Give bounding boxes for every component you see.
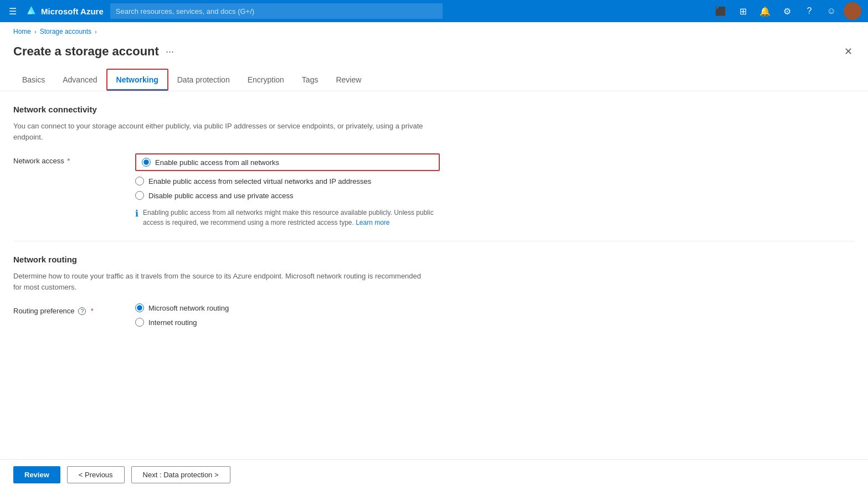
routing-preference-field: Routing preference ? * Microsoft network…: [13, 303, 855, 327]
radio-microsoft-routing[interactable]: [135, 303, 144, 312]
radio-option-all-networks-box: Enable public access from all networks: [135, 153, 440, 171]
radio-selected-networks-label: Enable public access from selected virtu…: [148, 177, 371, 185]
close-button[interactable]: ✕: [842, 43, 855, 60]
breadcrumb: Home › Storage accounts ›: [0, 22, 868, 39]
settings-icon[interactable]: ⚙: [777, 1, 797, 21]
radio-option-microsoft-routing[interactable]: Microsoft network routing: [135, 303, 229, 312]
radio-all-networks-label: Enable public access from all networks: [155, 158, 279, 167]
tab-review[interactable]: Review: [327, 69, 370, 91]
radio-internet-routing[interactable]: [135, 318, 144, 327]
tabs: Basics Advanced Networking Data protecti…: [0, 69, 868, 91]
page-header: Create a storage account ··· ✕: [0, 39, 868, 69]
tab-data-protection[interactable]: Data protection: [168, 69, 239, 91]
radio-option-all-networks[interactable]: Enable public access from all networks: [142, 158, 279, 167]
section-divider: [13, 241, 855, 241]
network-connectivity-title: Network connectivity: [13, 105, 855, 114]
azure-logo: Microsoft Azure: [25, 6, 104, 17]
radio-option-selected-networks[interactable]: Enable public access from selected virtu…: [135, 177, 440, 185]
tab-basics[interactable]: Basics: [13, 69, 54, 91]
directory-icon[interactable]: ⊞: [733, 1, 753, 21]
radio-internet-routing-label: Internet routing: [148, 318, 197, 327]
search-input[interactable]: [110, 3, 443, 19]
feedback-icon[interactable]: ☺: [821, 1, 841, 21]
network-access-label: Network access *: [13, 153, 135, 165]
page-title: Create a storage account: [13, 44, 159, 59]
routing-preference-radio-group: Microsoft network routing Internet routi…: [135, 303, 229, 327]
content-area: Network connectivity You can connect to …: [0, 91, 868, 378]
info-icon: ℹ: [135, 208, 138, 219]
network-routing-desc: Determine how to route your traffic as i…: [13, 271, 429, 292]
ellipsis-menu[interactable]: ···: [166, 46, 174, 58]
network-access-radio-group: Enable public access from all networks E…: [135, 153, 440, 228]
topbar: ☰ Microsoft Azure ⬛ ⊞ 🔔 ⚙ ? ☺: [0, 0, 868, 22]
tab-tags[interactable]: Tags: [293, 69, 327, 91]
info-text: Enabling public access from all networks…: [143, 208, 440, 228]
network-routing-title: Network routing: [13, 255, 855, 264]
tab-advanced[interactable]: Advanced: [54, 69, 106, 91]
user-avatar[interactable]: [844, 2, 861, 20]
tab-networking[interactable]: Networking: [106, 69, 168, 91]
previous-button[interactable]: < Previous: [67, 466, 125, 483]
review-button[interactable]: Review: [13, 466, 60, 483]
network-connectivity-desc: You can connect to your storage account …: [13, 121, 429, 142]
radio-microsoft-routing-label: Microsoft network routing: [148, 304, 229, 312]
routing-required-marker: *: [91, 307, 94, 315]
main-wrapper: Home › Storage accounts › Create a stora…: [0, 22, 868, 490]
radio-disable-public-label: Disable public access and use private ac…: [148, 192, 294, 200]
radio-option-disable-public[interactable]: Disable public access and use private ac…: [135, 191, 440, 200]
cloud-shell-icon[interactable]: ⬛: [711, 1, 731, 21]
routing-preference-label: Routing preference ? *: [13, 303, 135, 315]
next-button[interactable]: Next : Data protection >: [131, 466, 230, 483]
page-title-row: Create a storage account ···: [13, 44, 174, 59]
info-circle-icon: ?: [78, 307, 86, 315]
breadcrumb-home[interactable]: Home: [13, 28, 31, 35]
info-box: ℹ Enabling public access from all networ…: [135, 208, 440, 228]
learn-more-link[interactable]: Learn more: [356, 219, 389, 226]
hamburger-menu[interactable]: ☰: [7, 4, 19, 19]
breadcrumb-sep-2: ›: [95, 28, 97, 35]
radio-selected-networks[interactable]: [135, 177, 144, 185]
help-icon[interactable]: ?: [799, 1, 819, 21]
footer: Review < Previous Next : Data protection…: [0, 459, 868, 490]
network-access-field: Network access * Enable public access fr…: [13, 153, 855, 228]
breadcrumb-sep-1: ›: [34, 28, 37, 35]
radio-option-internet-routing[interactable]: Internet routing: [135, 318, 229, 327]
breadcrumb-storage-accounts[interactable]: Storage accounts: [40, 28, 91, 35]
topbar-icons: ⬛ ⊞ 🔔 ⚙ ? ☺: [711, 1, 861, 21]
radio-disable-public[interactable]: [135, 191, 144, 200]
network-routing-section: Network routing Determine how to route y…: [13, 255, 855, 327]
azure-logo-icon: [25, 6, 37, 17]
bottom-spacer: [13, 333, 855, 378]
notifications-icon[interactable]: 🔔: [755, 1, 775, 21]
required-marker: *: [65, 157, 70, 165]
radio-all-networks[interactable]: [142, 158, 151, 167]
network-connectivity-section: Network connectivity You can connect to …: [13, 105, 855, 228]
azure-logo-text: Microsoft Azure: [41, 7, 104, 16]
tab-encryption[interactable]: Encryption: [239, 69, 293, 91]
